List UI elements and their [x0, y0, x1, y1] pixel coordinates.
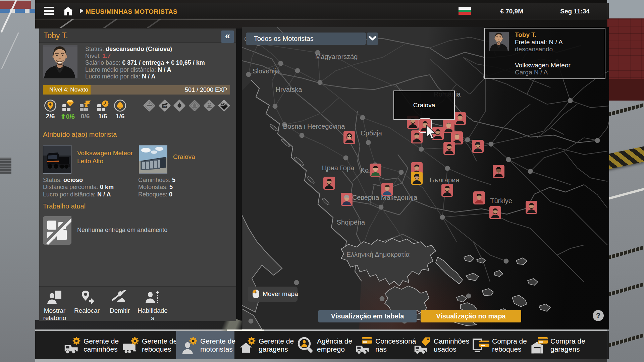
- svg-text:Hrvatska: Hrvatska: [276, 86, 303, 93]
- svg-text:Slovenija: Slovenija: [253, 67, 280, 75]
- svg-text:Türkiye: Türkiye: [490, 197, 512, 204]
- svg-text:Ελληνική Δημοκρατία: Ελληνική Δημοκρατία: [346, 251, 410, 258]
- svg-text:Bosna i Hercegovina: Bosna i Hercegovina: [283, 123, 345, 130]
- svg-text:Ko: Ko: [361, 167, 369, 174]
- svg-text:Shqipëria: Shqipëria: [337, 219, 365, 226]
- svg-text:Црна Гора: Црна Гора: [322, 164, 355, 172]
- svg-text:GAS: GAS: [163, 106, 166, 108]
- svg-text:България: България: [430, 176, 459, 184]
- svg-text:Magyarország: Magyarország: [315, 53, 358, 60]
- svg-text:1: 1: [149, 107, 150, 109]
- svg-text:Србија: Србија: [361, 129, 382, 137]
